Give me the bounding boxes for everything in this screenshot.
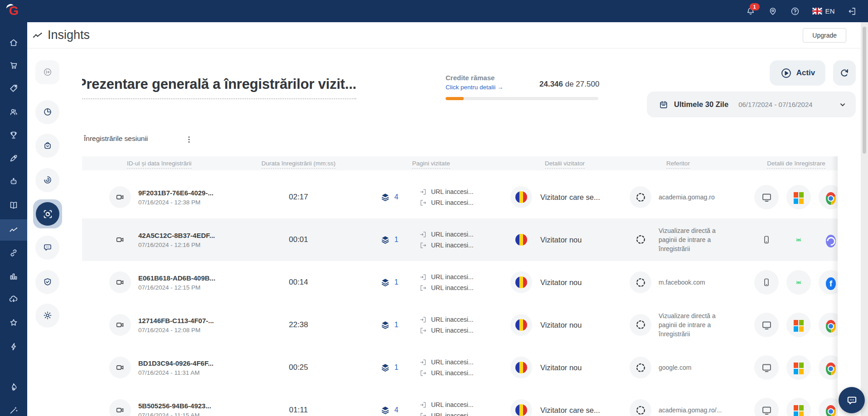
sidebar-item-wand-icon[interactable]	[9, 405, 19, 415]
referrer-cell: Vizualizare directă a paginii de intrare…	[621, 311, 735, 339]
page-scrollbar[interactable]	[861, 22, 868, 416]
tab-session-recordings[interactable]: Înregistrările sesiunii	[84, 135, 148, 143]
windows-logo-icon	[794, 320, 804, 330]
recording-duration: 22:38	[243, 320, 354, 329]
os-badge	[786, 270, 811, 295]
entry-url[interactable]: URL inaccesi...	[419, 188, 474, 196]
visitor-type-label: Vizitator nou	[540, 278, 582, 287]
sidebar-item-flame-icon[interactable]	[9, 382, 19, 392]
subsidebar-item-collapse[interactable]	[35, 60, 59, 84]
sidebar-item-robot-icon[interactable]	[9, 177, 19, 187]
play-recording-button[interactable]	[109, 399, 131, 416]
entry-url[interactable]: URL inaccesi...	[419, 273, 474, 281]
sidebar-item-cloud-download-icon[interactable]	[9, 295, 19, 305]
date-range-value: 06/17/2024 - 07/16/2024	[738, 101, 812, 108]
app-header: Insights Upgrade	[27, 22, 868, 48]
notifications-button[interactable]: 1	[746, 6, 756, 16]
exit-url-label: URL inaccesi...	[431, 327, 474, 334]
browser-badge	[819, 185, 838, 209]
exit-url[interactable]: URL inaccesi...	[419, 369, 474, 377]
secondary-sidebar	[27, 48, 82, 416]
table-row[interactable]: 42A5C12C-8B37-4EDF... 07/16/2024 - 12:16…	[82, 218, 838, 261]
subsidebar-item-pie[interactable]	[35, 100, 59, 124]
entry-url[interactable]: URL inaccesi...	[419, 316, 474, 324]
date-range-picker[interactable]: Ultimele 30 Zile 06/17/2024 - 07/16/2024	[647, 92, 856, 117]
tab-menu-button[interactable]	[184, 134, 194, 145]
browser-badge: f	[819, 270, 838, 295]
windows-logo-icon	[794, 405, 804, 415]
sidebar-item-users-icon[interactable]	[9, 107, 19, 117]
subsidebar-item-swirl[interactable]	[35, 168, 59, 192]
language-selector[interactable]: EN	[812, 7, 835, 15]
sidebar-item-bolt-icon[interactable]	[9, 342, 19, 352]
play-recording-button[interactable]	[109, 271, 131, 293]
pages-count[interactable]: 1	[394, 278, 398, 286]
sidebar-item-trend-icon[interactable]	[9, 225, 19, 235]
chat-fab-button[interactable]	[839, 387, 865, 413]
exit-url[interactable]: URL inaccesi...	[419, 199, 474, 207]
help-button[interactable]	[790, 6, 800, 16]
device-type-badge	[754, 185, 779, 209]
play-recording-button[interactable]	[109, 314, 131, 336]
entry-url[interactable]: URL inaccesi...	[419, 401, 474, 409]
exit-url[interactable]: URL inaccesi...	[419, 284, 474, 292]
recording-status-button[interactable]: Activ	[770, 60, 825, 86]
layers-icon	[380, 235, 390, 245]
play-recording-button[interactable]	[109, 186, 131, 208]
sidebar-item-tag-icon[interactable]	[9, 83, 19, 93]
recording-details-cell	[735, 313, 838, 337]
referrer-badge	[630, 229, 651, 251]
table-row[interactable]: 9F2031B7-76E6-4029-... 07/16/2024 - 12:3…	[82, 176, 838, 218]
visitor-type-label: Vizitator nou	[540, 363, 582, 372]
pages-count[interactable]: 4	[394, 406, 398, 414]
recording-date: 07/16/2024 - 12:08 PM	[138, 327, 214, 334]
table-row[interactable]: 5B505256-94B6-4923... 07/16/2024 - 11:15…	[82, 389, 838, 416]
play-recording-button[interactable]	[109, 357, 131, 378]
os-badge	[786, 355, 811, 380]
entry-url-label: URL inaccesi...	[431, 401, 474, 408]
logout-button[interactable]	[847, 6, 857, 16]
sidebar-item-book-icon[interactable]	[9, 200, 19, 210]
location-button[interactable]	[768, 6, 778, 16]
pages-count[interactable]: 1	[394, 321, 398, 329]
credits-progress-fill	[446, 97, 464, 100]
exit-url[interactable]: URL inaccesi...	[419, 327, 474, 334]
sidebar-item-home-icon[interactable]	[9, 38, 19, 48]
pages-count[interactable]: 1	[394, 236, 398, 244]
table-row[interactable]: E061B618-AD6B-409B... 07/16/2024 - 12:15…	[82, 261, 838, 304]
pages-cell: 4 URL inaccesi... URL inaccesi...	[354, 401, 508, 416]
entry-url[interactable]: URL inaccesi...	[419, 358, 474, 366]
subsidebar-item-chat[interactable]	[35, 236, 59, 260]
pages-count[interactable]: 1	[394, 363, 398, 372]
exit-url[interactable]: URL inaccesi...	[419, 412, 474, 416]
sidebar-item-trophy-icon[interactable]	[9, 130, 19, 140]
subsidebar-item-gear[interactable]	[35, 304, 59, 328]
pages-count[interactable]: 4	[394, 193, 398, 201]
exit-page-icon	[419, 369, 427, 377]
table-row[interactable]: BD1D3C94-0926-4F6F... 07/16/2024 - 11:31…	[82, 346, 838, 389]
refresh-button[interactable]	[833, 60, 856, 86]
exit-url[interactable]: URL inaccesi...	[419, 242, 474, 249]
sidebar-item-rocket-icon[interactable]	[9, 153, 19, 163]
scrollbar-thumb[interactable]	[863, 27, 866, 154]
gomag-logo[interactable]: G	[0, 0, 27, 22]
subsidebar-item-record[interactable]	[33, 199, 62, 228]
credits-details-link[interactable]: Click pentru detalii →	[446, 84, 504, 91]
sidebar-item-star-icon[interactable]	[9, 318, 19, 328]
referrer-cell: academia.gomag.ro/...	[621, 399, 735, 416]
upgrade-button[interactable]: Upgrade	[803, 28, 846, 43]
sidebar-item-bar-chart-icon[interactable]	[9, 271, 19, 281]
sidebar-item-link-icon[interactable]	[9, 248, 19, 258]
sidebar-item-cart-icon[interactable]	[9, 60, 19, 70]
entry-page-icon	[419, 273, 427, 281]
chrome-logo-icon	[826, 405, 836, 415]
recording-id-cell: 127146FB-C113-4F07-... 07/16/2024 - 12:0…	[82, 314, 243, 336]
exit-url-label: URL inaccesi...	[431, 199, 474, 206]
subsidebar-item-bag[interactable]	[35, 134, 59, 158]
subsidebar-item-shield[interactable]	[35, 270, 59, 294]
table-row[interactable]: 127146FB-C113-4F07-... 07/16/2024 - 12:0…	[82, 304, 838, 346]
entry-url[interactable]: URL inaccesi...	[419, 231, 474, 238]
browser-badge	[819, 227, 838, 252]
table-header: ID-ul și data înregistrăriiDurata înregi…	[82, 156, 838, 170]
play-recording-button[interactable]	[109, 229, 131, 251]
